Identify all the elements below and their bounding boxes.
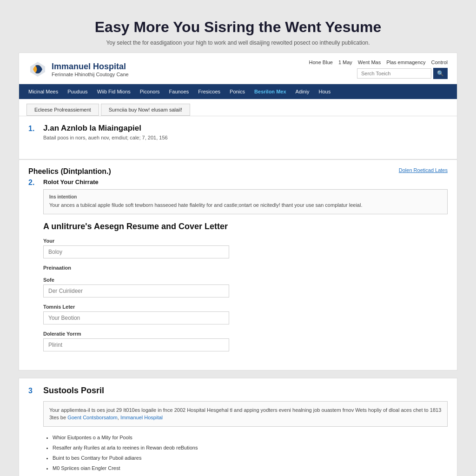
logo-icon bbox=[28, 60, 47, 79]
bullet-4: M0 Spriices oian Engler Crest bbox=[53, 463, 448, 473]
header-right: Hone Blue 1 May Went Mas Plas emmagency … bbox=[309, 60, 448, 79]
section-1-content: J.an Aznlob la Miaingapiel Batail poos i… bbox=[43, 124, 448, 140]
site-header: Immanuel Hospital Ferinnate Hhinothij Co… bbox=[19, 53, 457, 84]
main-card: Immanuel Hospital Ferinnate Hhinothij Co… bbox=[19, 53, 457, 159]
nav-item-besrilon[interactable]: Besrilon Mex bbox=[250, 84, 291, 99]
logo-text: Immanuel Hospital Ferinnate Hhinothij Co… bbox=[52, 62, 129, 77]
input-your[interactable] bbox=[43, 245, 229, 258]
tab-bar: Ecleese Prolreassiement Surnciia buy Now… bbox=[19, 99, 457, 116]
top-link-3[interactable]: Went Mas bbox=[358, 60, 381, 65]
input-tomnis[interactable] bbox=[43, 311, 229, 324]
label-preinaation: Preinaation bbox=[43, 265, 448, 271]
section-3-number: 3 bbox=[28, 386, 37, 476]
info-link-1[interactable]: Goent Contsborsatom bbox=[67, 415, 118, 420]
top-link-2[interactable]: 1 May bbox=[338, 60, 352, 65]
nav-bar: Micinal Mees Puuduus Wiib Fid Mions Pico… bbox=[19, 84, 457, 99]
section-1-number: 1. bbox=[28, 124, 37, 140]
nav-item-piconors[interactable]: Piconors bbox=[135, 84, 165, 99]
section-3-row: 3 Sustools Posril Your appliemtea-il ts … bbox=[28, 386, 448, 476]
nav-item-micinal[interactable]: Micinal Mees bbox=[24, 84, 63, 99]
label-your: Your bbox=[43, 238, 448, 244]
content-area: 1. J.an Aznlob la Miaingapiel Batail poo… bbox=[19, 116, 457, 159]
info-text-box: Your appliemtea-il ts oes jout 29 It010e… bbox=[43, 401, 448, 427]
nav-item-faunoes[interactable]: Faunoes bbox=[165, 84, 194, 99]
top-links: Hone Blue 1 May Went Mas Plas emmagency … bbox=[309, 60, 448, 65]
input-doleratie[interactable] bbox=[43, 338, 229, 351]
instruction-box: Ins intention Your ances a tubiical appl… bbox=[43, 189, 448, 214]
info-link-2[interactable]: Immanuel Hospital bbox=[120, 415, 163, 420]
nav-item-ponics[interactable]: Ponics bbox=[225, 84, 250, 99]
bullets-list: Whior Eiutpontes o a Mity for Pools Resa… bbox=[43, 432, 448, 473]
top-link-5[interactable]: Control bbox=[431, 60, 448, 65]
section-2-left: Pheelics (Dintplantion.) bbox=[28, 167, 111, 176]
section-3-card: 3 Sustools Posril Your appliemtea-il ts … bbox=[19, 378, 457, 476]
section-1: 1. J.an Aznlob la Miaingapiel Batail poo… bbox=[28, 124, 448, 140]
instruction-text: Your ances a tubiical apple filude soft … bbox=[49, 201, 442, 209]
form-group-sofe: Sofe bbox=[43, 277, 448, 298]
section-2-title: Pheelics (Dintplantion.) bbox=[28, 167, 111, 176]
page-title: Easy More You Sisring the Went Yesume bbox=[19, 19, 457, 36]
search-button[interactable]: 🔍 bbox=[433, 68, 448, 79]
hero-subtitle: Yoy select the for easdigatioon your hig… bbox=[19, 40, 457, 46]
tab-surnciia[interactable]: Surnciia buy Now! elusam salail! bbox=[101, 104, 190, 116]
section-2-number: 2. bbox=[28, 178, 37, 358]
bullet-3: Buint to bes Conttary for Puboil adiares bbox=[53, 453, 448, 463]
tab-ecleese[interactable]: Ecleese Prolreassiement bbox=[26, 104, 99, 116]
section-2-body: Rolot Your Chirrate Ins intention Your a… bbox=[43, 178, 448, 358]
section-2-numbered: 2. Rolot Your Chirrate Ins intention You… bbox=[28, 178, 448, 358]
label-sofe: Sofe bbox=[43, 277, 448, 283]
bullet-2: Resalfer anly Ruriles at arla to reeines… bbox=[53, 443, 448, 453]
form-group-preinaation: Preinaation bbox=[43, 265, 448, 271]
search-bar: 🔍 bbox=[357, 68, 448, 79]
section-3-title: Sustools Posril bbox=[43, 386, 448, 396]
search-input[interactable] bbox=[357, 68, 431, 79]
logo-tagline: Ferinnate Hhinothij Coutogy Cane bbox=[52, 72, 129, 77]
logo-name: Immanuel Hospital bbox=[52, 62, 129, 72]
input-sofe[interactable] bbox=[43, 284, 229, 298]
nav-item-puuduus[interactable]: Puuduus bbox=[63, 84, 92, 99]
section-2-header: Pheelics (Dintplantion.) Dolen Roeticad … bbox=[28, 167, 448, 176]
nav-item-adiniy[interactable]: Adiniy bbox=[291, 84, 314, 99]
label-doleratie: Doleratie Yorrm bbox=[43, 331, 448, 337]
section-1-title: J.an Aznlob la Miaingapiel bbox=[43, 124, 448, 133]
form-group-tomnis: Tomnis Leter bbox=[43, 304, 448, 324]
nav-item-wiib[interactable]: Wiib Fid Mions bbox=[93, 84, 135, 99]
section-1-desc: Batail poos in nors, aueh nov, emdiut; c… bbox=[43, 135, 448, 140]
top-link-1[interactable]: Hone Blue bbox=[309, 60, 333, 65]
bullet-1: Whior Eiutpontes o a Mity for Pools bbox=[53, 432, 448, 443]
logo-area: Immanuel Hospital Ferinnate Hhinothij Co… bbox=[28, 60, 129, 79]
top-link-4[interactable]: Plas emmagency bbox=[386, 60, 425, 65]
label-tomnis: Tomnis Leter bbox=[43, 304, 448, 310]
form-group-doleratie: Doleratie Yorrm bbox=[43, 331, 448, 351]
nav-item-hous[interactable]: Hous bbox=[314, 84, 336, 99]
section-3-body: Sustools Posril Your appliemtea-il ts oe… bbox=[43, 386, 448, 476]
instruction-label: Ins intention bbox=[49, 194, 442, 199]
section-2-link[interactable]: Dolen Roeticad Lates bbox=[399, 167, 448, 173]
hero-section: Easy More You Sisring the Went Yesume Yo… bbox=[0, 9, 476, 53]
form-section-title: A unlitrure's Aesegn Resume and Cover Le… bbox=[43, 222, 448, 231]
subsection-title: Rolot Your Chirrate bbox=[43, 178, 448, 185]
nav-item-fresicoes[interactable]: Fresicoes bbox=[193, 84, 225, 99]
form-group-your: Your bbox=[43, 238, 448, 258]
section-2-card: Pheelics (Dintplantion.) Dolen Roeticad … bbox=[19, 159, 457, 370]
